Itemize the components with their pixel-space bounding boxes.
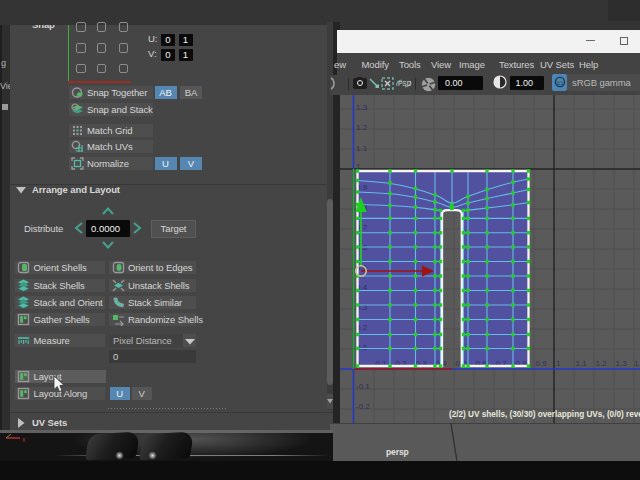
svg-text:(2/2) UV shells, (30/30) overl: (2/2) UV shells, (30/30) overlapping UVs… <box>449 410 640 419</box>
svg-text:x: x <box>22 436 26 443</box>
svg-text:1.1: 1.1 <box>576 359 588 368</box>
svg-text:-0.2: -0.2 <box>356 402 370 411</box>
svg-text:1.2: 1.2 <box>356 123 368 132</box>
svg-text:1.3: 1.3 <box>356 103 368 112</box>
svg-text:1.3: 1.3 <box>616 359 628 368</box>
svg-text:1.1: 1.1 <box>356 144 368 153</box>
svg-text:1: 1 <box>556 359 561 368</box>
svg-text:PSD: PSD <box>398 80 412 87</box>
svg-text:0/1: 0/1 <box>556 80 563 86</box>
svg-text:1.2: 1.2 <box>596 359 608 368</box>
svg-text:0.9: 0.9 <box>536 359 548 368</box>
svg-text:-0.1: -0.1 <box>356 382 370 391</box>
svg-text:1.4: 1.4 <box>634 359 640 368</box>
